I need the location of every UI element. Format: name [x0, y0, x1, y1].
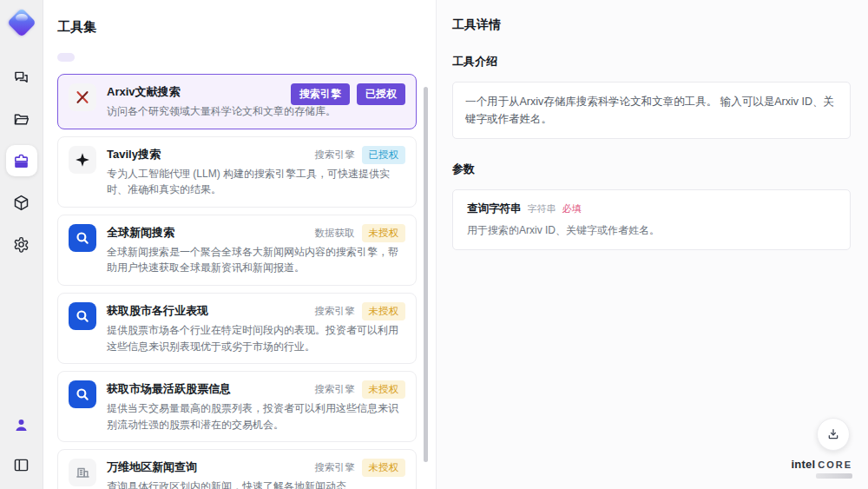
tool-description: 提供股票市场各个行业在特定时间段内的表现。投资者可以利用这些信息来识别表现优于或… — [107, 322, 405, 354]
chat-icon[interactable] — [6, 62, 37, 93]
category-tab[interactable] — [135, 53, 142, 62]
intel-core-logo: intel core — [791, 458, 852, 479]
tool-description: 专为人工智能代理 (LLM) 构建的搜索引擎工具，可快速提供实时、准确和真实的结… — [107, 166, 405, 198]
sidebar — [0, 0, 43, 489]
app-logo-icon[interactable] — [7, 8, 36, 37]
newspaper-icon — [69, 459, 96, 486]
app-window: 工具集 Arxiv文献搜索 访问各个研究领域大量科学论文和文章的存储库。 搜索引… — [0, 0, 868, 489]
intel-wordmark: intel — [791, 458, 815, 471]
category-badge: 搜索引擎 — [291, 83, 350, 105]
auth-status-badge: 未授权 — [362, 380, 406, 399]
tavily-icon — [69, 146, 96, 174]
category-badge: 搜索引擎 — [315, 459, 355, 477]
params-heading: 参数 — [452, 162, 851, 177]
auth-status-badge: 未授权 — [362, 302, 406, 320]
search-blue-icon — [69, 380, 96, 408]
tool-card[interactable]: Tavily搜索 专为人工智能代理 (LLM) 构建的搜索引擎工具，可快速提供实… — [57, 136, 417, 208]
gear-icon[interactable] — [6, 228, 37, 260]
page-title: 工具集 — [57, 19, 417, 36]
category-badge: 数据获取 — [315, 224, 355, 242]
required-badge: 必填 — [562, 202, 582, 215]
tool-description: 提供当天交易量最高的股票列表，投资者可以利用这些信息来识别流动性强的股票和潜在的… — [107, 400, 405, 433]
category-tabs — [57, 53, 417, 62]
cube-icon[interactable] — [6, 187, 37, 218]
auth-status-badge: 未授权 — [362, 224, 406, 242]
tool-intro-text: 一个用于从Arxiv存储库搜索科学论文和文章的工具。 输入可以是Arxiv ID… — [452, 82, 851, 139]
tool-list: Arxiv文献搜索 访问各个研究领域大量科学论文和文章的存储库。 搜索引擎 已授… — [57, 74, 417, 489]
detail-title: 工具详情 — [452, 17, 851, 33]
category-tab[interactable] — [113, 53, 120, 62]
briefcase-icon[interactable] — [6, 145, 37, 176]
layout-panel-icon[interactable] — [6, 449, 37, 480]
auth-status-badge: 已授权 — [357, 83, 405, 105]
user-icon[interactable] — [6, 409, 37, 440]
toolset-panel: 工具集 Arxiv文献搜索 访问各个研究领域大量科学论文和文章的存储库。 搜索引… — [43, 0, 436, 489]
core-wordmark: core — [818, 459, 852, 470]
tool-details-panel: 工具详情 工具介绍 一个用于从Arxiv存储库搜索科学论文和文章的工具。 输入可… — [437, 0, 868, 489]
parameters-box: 查询字符串 字符串 必填 用于搜索的Arxiv ID、关键字或作者姓名。 — [452, 189, 851, 250]
category-badge: 搜索引擎 — [315, 302, 355, 320]
tool-description: 全球新闻搜索是一个聚合全球各大新闻网站内容的搜索引擎，帮助用户快速获取全球最新资… — [107, 244, 405, 276]
auth-status-badge: 未授权 — [362, 459, 406, 477]
auth-status-badge: 已授权 — [362, 146, 406, 164]
list-scrollbar[interactable] — [424, 87, 428, 462]
parameter-name: 查询字符串 — [467, 202, 522, 216]
category-tab[interactable] — [57, 53, 75, 62]
search-blue-icon — [69, 302, 96, 330]
parameter-item: 查询字符串 字符串 必填 用于搜索的Arxiv ID、关键字或作者姓名。 — [467, 202, 836, 238]
tool-card[interactable]: 获取市场最活跃股票信息 提供当天交易量最高的股票列表，投资者可以利用这些信息来识… — [57, 371, 417, 442]
arxiv-icon — [69, 83, 96, 111]
tool-card[interactable]: 万维地区新闻查询 查询具体行政区划内的新闻，快速了解各地新闻动态 搜索引擎 未授… — [57, 449, 417, 489]
parameter-type: 字符串 — [528, 202, 556, 215]
sidebar-bottom — [6, 409, 37, 480]
parameter-description: 用于搜索的Arxiv ID、关键字或作者姓名。 — [467, 222, 836, 238]
tool-card[interactable]: 获取股市各行业表现 提供股票市场各个行业在特定时间段内的表现。投资者可以利用这些… — [57, 293, 417, 364]
download-button[interactable] — [817, 418, 850, 451]
intel-sub-badge — [816, 473, 852, 479]
tool-description: 访问各个研究领域大量科学论文和文章的存储库。 — [107, 103, 405, 120]
intro-heading: 工具介绍 — [452, 54, 851, 69]
search-blue-icon — [69, 224, 96, 252]
folder-icon[interactable] — [6, 103, 37, 135]
sidebar-nav — [6, 62, 37, 260]
category-badge: 搜索引擎 — [315, 380, 355, 399]
category-tab[interactable] — [90, 53, 97, 62]
tool-description: 查询具体行政区划内的新闻，快速了解各地新闻动态 — [107, 479, 405, 489]
category-badge: 搜索引擎 — [315, 146, 355, 164]
tool-card[interactable]: 全球新闻搜索 全球新闻搜索是一个聚合全球各大新闻网站内容的搜索引擎，帮助用户快速… — [57, 215, 417, 286]
tool-card[interactable]: Arxiv文献搜索 访问各个研究领域大量科学论文和文章的存储库。 搜索引擎 已授… — [57, 74, 417, 129]
